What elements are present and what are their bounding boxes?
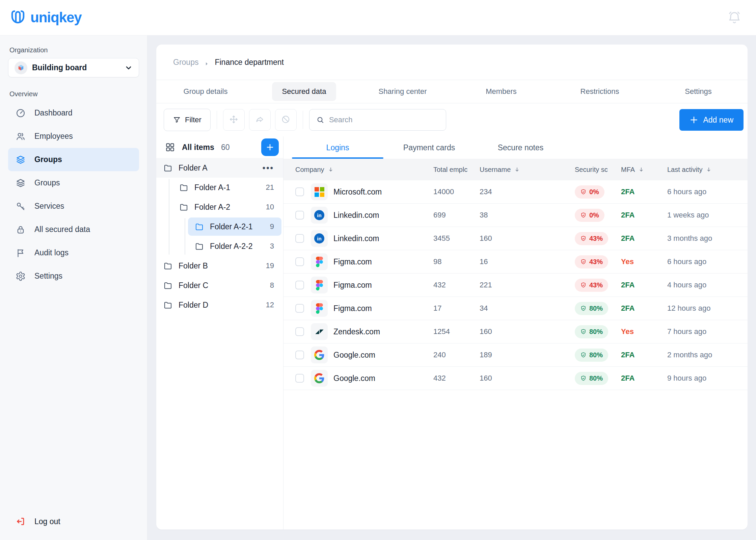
row-checkbox[interactable] — [295, 281, 304, 289]
folder-item-folder-a-2-2[interactable]: Folder A-2-2 3 — [156, 236, 283, 256]
table-row[interactable]: in Linkedin.com 3455 160 43% 2FA 3 month… — [284, 227, 748, 250]
sidebar-item-all-secured-data[interactable]: All secured data — [8, 218, 139, 241]
column-header-mfa[interactable]: MFA — [621, 166, 667, 174]
sidebar-item-settings[interactable]: Settings — [8, 264, 139, 288]
tab-secured-data[interactable]: Secured data — [255, 80, 353, 103]
row-checkbox[interactable] — [295, 187, 304, 196]
row-checkbox[interactable] — [295, 304, 304, 313]
folder-menu-button[interactable]: ••• — [263, 166, 274, 170]
data-tab-secure-notes[interactable]: Secure notes — [475, 136, 566, 159]
column-header-username[interactable]: Username — [480, 166, 575, 174]
folder-item-folder-c[interactable]: Folder C 8 — [156, 276, 283, 295]
last-activity: 3 months ago — [667, 234, 748, 243]
chevron-down-icon — [125, 64, 133, 72]
tree-indent-guide — [169, 179, 169, 255]
uniqkey-logo[interactable]: uniqkey — [10, 9, 82, 26]
lock-icon — [16, 225, 26, 235]
folder-icon — [179, 203, 188, 212]
folder-item-folder-a-2[interactable]: Folder A-2 10 — [156, 197, 283, 217]
shield-check-icon — [580, 189, 587, 195]
filter-button[interactable]: Filter — [164, 109, 211, 131]
sort-arrow-icon — [706, 166, 712, 173]
move-button[interactable] — [223, 109, 245, 131]
last-activity: 1 weeks ago — [667, 211, 748, 220]
table-row[interactable]: Figma.com 432 221 43% 2FA 4 hours ago — [284, 274, 748, 297]
search-input[interactable] — [329, 115, 439, 124]
table-row[interactable]: Microsoft.com 14000 234 0% 2FA 6 hours a… — [284, 180, 748, 204]
shield-check-icon — [580, 282, 587, 288]
add-folder-button[interactable] — [261, 138, 279, 156]
table-row[interactable]: Zendesk.com 1254 160 80% Yes 7 hours ago — [284, 320, 748, 343]
row-checkbox[interactable] — [295, 327, 304, 336]
mfa-status: 2FA — [621, 374, 667, 383]
username-count: 160 — [480, 327, 575, 336]
tab-sharing-center[interactable]: Sharing center — [353, 80, 452, 103]
username-count: 234 — [480, 187, 575, 196]
folder-item-folder-a[interactable]: Folder A ••• — [156, 158, 283, 178]
breadcrumb-parent[interactable]: Groups — [173, 58, 198, 67]
row-checkbox[interactable] — [295, 351, 304, 359]
last-activity: 4 hours ago — [667, 281, 748, 289]
slash-circle-button[interactable] — [275, 109, 297, 131]
column-header-security-sc[interactable]: Security sc — [575, 166, 621, 174]
sidebar-item-employees[interactable]: Employees — [8, 125, 139, 148]
sidebar-item-groups[interactable]: Groups — [8, 148, 139, 171]
row-checkbox[interactable] — [295, 374, 304, 383]
search-icon — [316, 116, 324, 124]
total-employees: 240 — [433, 351, 480, 359]
folder-name: Folder A-2 — [194, 203, 230, 212]
table-body: Microsoft.com 14000 234 0% 2FA 6 hours a… — [284, 180, 748, 390]
mfa-status: 2FA — [621, 304, 667, 313]
tab-group-details[interactable]: Group details — [156, 80, 255, 103]
security-score-badge: 80% — [575, 372, 608, 385]
folder-item-folder-d[interactable]: Folder D 12 — [156, 295, 283, 315]
share-button[interactable] — [249, 109, 271, 131]
tab-settings[interactable]: Settings — [649, 80, 748, 103]
folder-count: 19 — [266, 261, 274, 270]
organization-select[interactable]: Building board — [8, 58, 139, 77]
tab-members[interactable]: Members — [452, 80, 550, 103]
shield-check-icon — [580, 329, 587, 335]
sidebar-item-label: Employees — [34, 132, 73, 141]
notifications-bell-icon[interactable] — [727, 10, 742, 25]
toolbar-divider — [303, 111, 303, 129]
sidebar-item-dashboard[interactable]: Dashboard — [8, 101, 139, 125]
table-row[interactable]: in Linkedin.com 699 38 0% 2FA 1 weeks ag… — [284, 204, 748, 227]
tab-restrictions[interactable]: Restrictions — [550, 80, 649, 103]
shield-check-icon — [580, 259, 587, 265]
folder-count: 3 — [270, 242, 274, 251]
sidebar-item-audit-logs[interactable]: Audit logs — [8, 241, 139, 264]
folder-name: Folder A-1 — [194, 183, 230, 192]
folder-item-folder-b[interactable]: Folder B 19 — [156, 256, 283, 276]
sidebar: Organization Building board Overview Das… — [0, 35, 147, 540]
layers-icon — [16, 155, 26, 165]
row-checkbox[interactable] — [295, 234, 304, 243]
folder-name: Folder A-2-2 — [210, 242, 253, 251]
sidebar-item-services[interactable]: Services — [8, 195, 139, 218]
company-name: Figma.com — [333, 281, 433, 290]
all-items-row[interactable]: All items 60 — [156, 136, 283, 158]
data-tab-logins[interactable]: Logins — [292, 136, 383, 159]
folder-tree-rows: Folder A ••• Folder A-1 21 Folder A-2 10… — [156, 158, 283, 315]
folder-name: Folder A — [179, 163, 208, 173]
folder-item-folder-a-2-1[interactable]: Folder A-2-1 9 — [156, 217, 283, 236]
plus-icon — [266, 143, 274, 151]
logout-button[interactable]: Log out — [16, 516, 60, 526]
folder-name: Folder A-2-1 — [210, 222, 253, 231]
folder-item-folder-a-1[interactable]: Folder A-1 21 — [156, 178, 283, 197]
row-checkbox[interactable] — [295, 257, 304, 266]
add-new-button[interactable]: Add new — [679, 109, 744, 131]
row-checkbox[interactable] — [295, 211, 304, 220]
username-count: 160 — [480, 374, 575, 383]
sidebar-item-groups[interactable]: Groups — [8, 171, 139, 195]
column-header-company[interactable]: Company — [295, 166, 433, 174]
table-row[interactable]: Figma.com 98 16 43% Yes 6 hours ago — [284, 250, 748, 274]
table-row[interactable]: Figma.com 17 34 80% 2FA 12 hours ago — [284, 297, 748, 320]
data-tab-payment-cards[interactable]: Payment cards — [383, 136, 475, 159]
mfa-status: 2FA — [621, 351, 667, 359]
column-header-last-activity[interactable]: Last activity — [667, 166, 748, 174]
column-header-total-emplc[interactable]: Total emplc — [433, 166, 480, 174]
table-row[interactable]: Google.com 240 189 80% 2FA 2 months ago — [284, 343, 748, 367]
folder-icon — [163, 163, 172, 173]
table-row[interactable]: Google.com 432 160 80% 2FA 9 hours ago — [284, 367, 748, 390]
